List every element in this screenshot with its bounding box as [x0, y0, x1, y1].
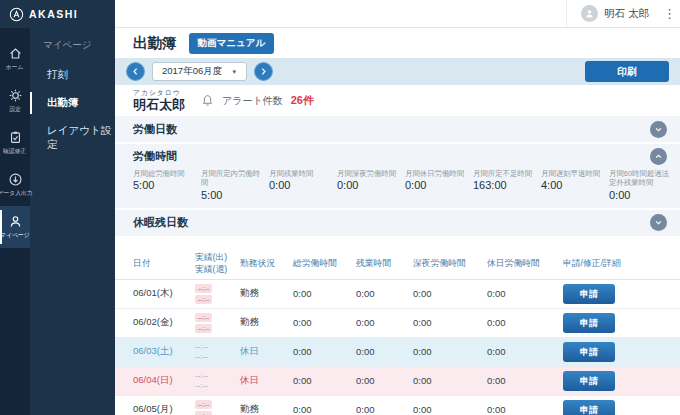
next-month-button[interactable]	[254, 62, 273, 81]
expand-vacation-days-button[interactable]	[650, 214, 667, 231]
missing-punch-badge: --:--	[195, 324, 212, 333]
col-holiday: 休日労働時間	[487, 258, 563, 269]
missing-punch-badge: --:--	[195, 313, 212, 322]
gear-icon	[8, 88, 23, 103]
clipboard-check-icon	[8, 130, 23, 145]
chevron-left-icon	[131, 67, 140, 76]
employee-header: アカシタロウ 明石太郎 アラート件数 26件	[115, 85, 680, 116]
apply-button[interactable]: 申請	[563, 313, 615, 333]
col-date: 日付	[133, 258, 195, 269]
sidebar-label-home: ホーム	[6, 63, 24, 71]
chevron-down-icon: ▼	[231, 69, 237, 75]
bell-icon	[201, 94, 214, 107]
person-icon	[8, 214, 23, 229]
stat-scheduled-hours: 月間所定内労働時間 5:00	[201, 169, 269, 201]
employee-name: 明石太郎	[133, 98, 185, 111]
table-header-row: 日付 実績(出) 実績(退) 勤務状況 総労働時間 残業時間 深夜労働時間 休日…	[115, 249, 680, 280]
sidebar-label-data-io: データ入出力	[0, 189, 33, 197]
employee-name-block: アカシタロウ 明石太郎	[133, 90, 185, 112]
period-toolbar: 2017年06月度 ▼ 印刷	[115, 58, 680, 85]
app-window: AKASHI 明石 太郎 ⋮ ホーム	[0, 0, 680, 415]
submenu-item-layout-settings[interactable]: レイアウト設定	[30, 117, 115, 159]
apply-button[interactable]: 申請	[563, 284, 615, 304]
secondary-sidebar: マイページ 打刻 出勤簿 レイアウト設定	[30, 28, 115, 415]
employee-furigana: アカシタロウ	[133, 90, 185, 97]
prev-month-button[interactable]	[126, 62, 145, 81]
section-vacation-days-title: 休暇残日数	[133, 215, 650, 230]
print-button[interactable]: 印刷	[585, 61, 669, 82]
sidebar-item-settings[interactable]: 設定	[0, 80, 30, 122]
section-vacation-days[interactable]: 休暇残日数	[115, 210, 680, 236]
main-content: 出勤簿 動画マニュアル 2017年06月度 ▼	[115, 28, 680, 415]
home-icon	[8, 46, 23, 61]
section-working-hours-header[interactable]: 労働時間	[115, 144, 680, 169]
col-total: 総労働時間	[293, 258, 356, 269]
avatar-person-icon	[584, 8, 595, 19]
collapse-working-hours-button[interactable]	[650, 148, 667, 165]
expand-working-days-button[interactable]	[650, 121, 667, 138]
col-punch: 実績(出) 実績(退)	[195, 252, 240, 275]
punch-times: --:-- --:--	[195, 400, 240, 415]
stat-shortage-hours: 月間所定不足時間 163:00	[473, 169, 541, 201]
kebab-menu-icon[interactable]: ⋮	[659, 6, 680, 21]
chevron-down-icon	[653, 124, 664, 135]
missing-punch-badge: --:--	[195, 284, 212, 293]
table-row: 06/03(土) --:-- --:-- 休日 0:00 0:00 0:00 0…	[115, 338, 680, 367]
section-working-days-title: 労働日数	[133, 122, 650, 137]
brand-name: AKASHI	[29, 8, 78, 20]
table-row: 06/05(月) --:-- --:-- 勤務 0:00 0:00 0:00 0…	[115, 396, 680, 415]
missing-punch-badge: --:--	[195, 295, 212, 304]
submenu-title: マイページ	[30, 39, 115, 52]
sidebar-item-data-io[interactable]: データ入出力	[0, 164, 30, 206]
table-row: 06/04(日) --:-- --:-- 休日 0:00 0:00 0:00 0…	[115, 367, 680, 396]
punch-times: --:-- --:--	[195, 343, 240, 361]
submenu-item-attendance-book[interactable]: 出勤簿	[30, 89, 115, 117]
col-overtime: 残業時間	[356, 258, 413, 269]
stat-overtime-hours: 月間残業時間 0:00	[269, 169, 337, 201]
punch-times: --:-- --:--	[195, 284, 240, 304]
table-row: 06/01(木) --:-- --:-- 勤務 0:00 0:00 0:00 0…	[115, 280, 680, 309]
working-hours-stats: 月間総労働時間 5:00 月間所定内労働時間 5:00 月間残業時間 0:00 …	[115, 169, 680, 201]
sidebar-label-mypage: マイページ	[0, 231, 30, 239]
topbar: AKASHI 明石 太郎 ⋮	[0, 0, 680, 28]
stat-total-hours: 月間総労働時間 5:00	[133, 169, 201, 201]
section-working-days[interactable]: 労働日数	[115, 116, 680, 142]
col-night: 深夜労働時間	[413, 258, 487, 269]
apply-button[interactable]: 申請	[563, 400, 615, 415]
col-status: 勤務状況	[240, 258, 293, 269]
stat-night-hours: 月間深夜労働時間 0:00	[337, 169, 405, 201]
chevron-down-icon	[653, 217, 664, 228]
sidebar-label-settings: 設定	[9, 105, 21, 113]
punch-times: --:-- --:--	[195, 372, 240, 390]
chevron-right-icon	[259, 67, 268, 76]
sidebar-item-home[interactable]: ホーム	[0, 38, 30, 80]
stat-holiday-hours: 月間休日労働時間 0:00	[405, 169, 473, 201]
apply-button[interactable]: 申請	[563, 342, 615, 362]
page-header: 出勤簿 動画マニュアル	[115, 28, 680, 58]
akashi-logo-icon	[9, 7, 24, 22]
submenu-item-dakoku[interactable]: 打刻	[30, 61, 115, 89]
brand-logo: AKASHI	[0, 0, 115, 28]
avatar	[581, 5, 598, 22]
alert-count-label: アラート件数	[222, 94, 283, 108]
topbar-main: 明石 太郎 ⋮	[115, 0, 680, 28]
sidebar-item-mypage[interactable]: マイページ	[0, 206, 30, 248]
data-io-icon	[8, 172, 23, 187]
chevron-up-icon	[653, 151, 664, 162]
missing-punch-badge: --:--	[195, 400, 212, 409]
missing-punch-badge: --:--	[195, 411, 212, 415]
punch-times: --:-- --:--	[195, 313, 240, 333]
video-manual-button[interactable]: 動画マニュアル	[189, 33, 275, 54]
sidebar-label-confirm-fix: 確認修正	[3, 147, 26, 155]
col-action: 申請/修正/詳細	[563, 258, 680, 269]
sidebar-item-confirm-fix[interactable]: 確認修正	[0, 122, 30, 164]
apply-button[interactable]: 申請	[563, 371, 615, 391]
section-working-hours: 労働時間 月間総労働時間 5:00 月間所定内労働時間 5:00	[115, 144, 680, 208]
attendance-table: 日付 実績(出) 実績(退) 勤務状況 総労働時間 残業時間 深夜労働時間 休日…	[115, 249, 680, 415]
user-menu[interactable]: 明石 太郎	[566, 0, 659, 27]
user-name: 明石 太郎	[604, 7, 649, 21]
period-dropdown[interactable]: 2017年06月度 ▼	[152, 62, 247, 81]
stat-over60-hours: 月間60時間超過法定外残業時間 0:00	[609, 169, 677, 201]
primary-sidebar: ホーム 設定	[0, 28, 30, 415]
alert-count-value: 26件	[291, 93, 314, 108]
